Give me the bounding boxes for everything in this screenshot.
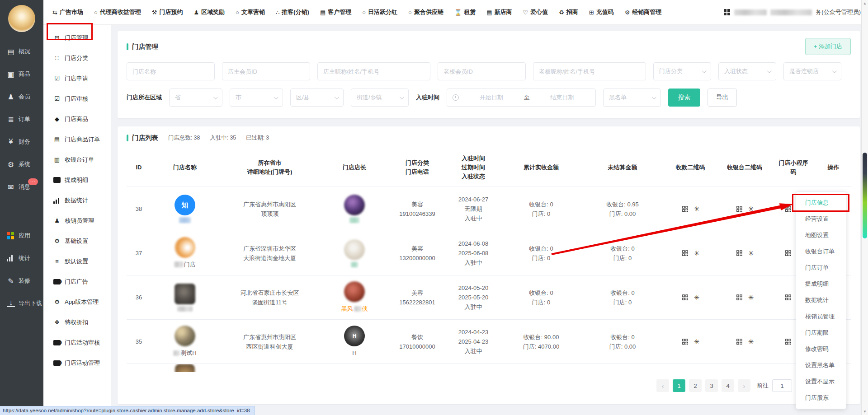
nav-article-marketing[interactable]: ○文章营销 (236, 8, 265, 16)
scrollbar-thumb[interactable] (863, 153, 867, 238)
sub-item-store-goods[interactable]: ◆门店商品 (43, 109, 111, 129)
search-button[interactable]: 搜索 (668, 89, 700, 107)
store-category-select[interactable]: 门店分类 (653, 62, 711, 80)
nav-distribution[interactable]: ∴推客(分销) (276, 8, 309, 16)
sub-item-activity-audit[interactable]: AD门店活动审核 (43, 332, 111, 353)
sidebar-item-stats[interactable]: 统计 (0, 247, 43, 270)
street-select[interactable]: 街道/乡镇 (351, 89, 409, 107)
nav-ad-market[interactable]: ⇆广告市场 (52, 8, 83, 16)
sidebar-item-orders[interactable]: ≣订单 (0, 108, 43, 131)
sidebar-item-members[interactable]: ♟会员 (0, 85, 43, 108)
menu-item-store-orders[interactable]: 门店订单 (796, 260, 846, 276)
date-range-picker[interactable]: 开始日期 至 结束日期 (447, 89, 596, 107)
page-button-1[interactable]: 1 (673, 379, 685, 392)
menu-item-store-info[interactable]: 门店信息 (796, 195, 846, 211)
cashier-qr-cell[interactable]: ✳ (717, 293, 772, 302)
owner-member-id-input[interactable] (222, 62, 310, 80)
sidebar-item-apps[interactable]: 应用 (0, 224, 43, 247)
sub-item-verifier-manage[interactable]: ♟核销员管理 (43, 210, 111, 231)
sub-item-commission[interactable]: ¥提成明细 (43, 170, 111, 190)
sidebar-item-export-download[interactable]: ↓导出下载 (0, 292, 43, 315)
nav-investment[interactable]: ♻招商 (559, 8, 578, 16)
page-button-3[interactable]: 3 (705, 379, 718, 392)
jump-page-input[interactable] (772, 379, 792, 392)
end-date-field[interactable]: 结束日期 (534, 93, 590, 102)
store-name-input[interactable] (127, 62, 215, 80)
menu-item-data-stats[interactable]: 数据统计 (796, 292, 846, 308)
sub-item-store-category[interactable]: ∷门店分类 (43, 48, 111, 68)
boss-member-id-input[interactable] (438, 62, 526, 80)
cashier-qr-cell[interactable]: ✳ (717, 204, 772, 214)
nav-new-merchant[interactable]: ▤新店商 (486, 8, 512, 16)
miniprogram-code-icon[interactable]: ✳ (748, 248, 754, 258)
miniprogram-code-icon[interactable]: ✳ (694, 293, 700, 302)
sub-item-privilege-discount[interactable]: ❖特权折扣 (43, 312, 111, 332)
menu-item-set-hidden[interactable]: 设置不显示 (796, 373, 846, 390)
menu-item-store-shareholders[interactable]: 门店股东 (796, 390, 846, 406)
miniprogram-code-icon[interactable]: ✳ (748, 204, 754, 214)
nav-love-value[interactable]: ♡爱心值 (523, 8, 548, 16)
nav-daily-dividend[interactable]: ○日活跃分红 (362, 8, 397, 16)
cashier-qr-cell[interactable]: ✳ (717, 248, 772, 258)
sub-item-data-stats[interactable]: 数据统计 (43, 190, 111, 210)
miniprogram-code-icon[interactable]: ✳ (694, 248, 700, 258)
payment-qr-cell[interactable]: ✳ (663, 337, 717, 346)
owner-info-input[interactable] (317, 62, 430, 80)
menu-item-store-term[interactable]: 门店期限 (796, 325, 846, 341)
nav-region-reward[interactable]: ♟区域奖励 (193, 8, 225, 16)
sub-item-default-settings[interactable]: ≡默认设置 (43, 251, 111, 271)
sidebar-item-overview[interactable]: ▤概况 (0, 40, 43, 63)
miniprogram-code-icon[interactable]: ✳ (694, 204, 700, 214)
sub-item-store-ad[interactable]: AD门店广告 (43, 271, 111, 292)
district-select[interactable]: 区/县 (290, 89, 344, 107)
payment-qr-cell[interactable]: ✳ (663, 248, 717, 258)
nav-leasing[interactable]: ⌛租赁 (454, 8, 476, 16)
is-chain-select[interactable]: 是否连锁店 (783, 62, 841, 80)
cashier-qr-cell[interactable]: ✳ (717, 337, 772, 346)
menu-item-change-password[interactable]: 修改密码 (796, 341, 846, 357)
sidebar-item-system[interactable]: ⚙系统 (0, 153, 43, 176)
menu-item-operation-settings[interactable]: 经营设置 (796, 211, 846, 227)
sub-item-app-version[interactable]: ⚙App版本管理 (43, 292, 111, 312)
boss-info-input[interactable] (533, 62, 646, 80)
province-select[interactable]: 省 (169, 89, 222, 107)
avatar[interactable] (8, 5, 35, 32)
sub-item-store-goods-order[interactable]: ▤门店商品订单 (43, 129, 111, 149)
nav-recharge-code[interactable]: ⊞充值码 (589, 8, 614, 16)
menu-item-verifier-manage[interactable]: 核销员管理 (796, 308, 846, 325)
blacklist-select[interactable]: 黑名单 (603, 89, 661, 107)
page-scrollbar[interactable]: ▲ ▼ (861, 0, 868, 415)
payment-qr-cell[interactable]: ✳ (663, 293, 717, 302)
sidebar-item-goods[interactable]: ▣商品 (0, 63, 43, 85)
nav-supply-chain[interactable]: ○聚合供应链 (408, 8, 443, 16)
next-page-button[interactable]: › (738, 379, 750, 392)
payment-qr-cell[interactable]: ✳ (663, 204, 717, 214)
menu-item-cashier-orders[interactable]: 收银台订单 (796, 243, 846, 260)
nav-dealer-manage[interactable]: ⚙经销商管理 (625, 8, 662, 16)
menu-item-set-blacklist[interactable]: 设置黑名单 (796, 357, 846, 373)
sidebar-item-messages[interactable]: ✉消息··· (0, 176, 43, 198)
sub-item-store-manage[interactable]: ⊟门店管理 (43, 28, 111, 48)
sub-item-store-apply[interactable]: ☑门店申请 (43, 68, 111, 89)
page-button-4[interactable]: 4 (722, 379, 734, 392)
nav-customer-manage[interactable]: ▤客户管理 (320, 8, 351, 16)
sub-item-store-audit[interactable]: ☑门店审核 (43, 89, 111, 109)
scroll-up-icon[interactable]: ▲ (862, 1, 868, 5)
start-date-field[interactable]: 开始日期 (463, 93, 519, 102)
nav-store-booking[interactable]: ⚒门店预约 (152, 8, 183, 16)
miniprogram-code-icon[interactable]: ✳ (748, 293, 754, 302)
sub-item-basic-settings[interactable]: ⚙基础设置 (43, 231, 111, 251)
city-select[interactable]: 市 (230, 89, 283, 107)
sidebar-item-finance[interactable]: ¥财务 (0, 131, 43, 153)
sidebar-item-decorate[interactable]: ✎装修 (0, 270, 43, 292)
scroll-down-icon[interactable]: ▼ (862, 410, 868, 414)
sub-item-activity-manage[interactable]: AD门店活动管理 (43, 353, 111, 373)
sub-item-cashier-order[interactable]: ▥收银台订单 (43, 149, 111, 170)
entry-status-select[interactable]: 入驻状态 (718, 62, 776, 80)
page-button-2[interactable]: 2 (689, 379, 702, 392)
add-store-button[interactable]: + 添加门店 (805, 38, 851, 55)
user-area[interactable]: 务(公众号管理员) (724, 8, 861, 16)
miniprogram-code-icon[interactable]: ✳ (748, 337, 754, 346)
prev-page-button[interactable]: ‹ (656, 379, 669, 392)
export-button[interactable]: 导出 (708, 89, 737, 107)
